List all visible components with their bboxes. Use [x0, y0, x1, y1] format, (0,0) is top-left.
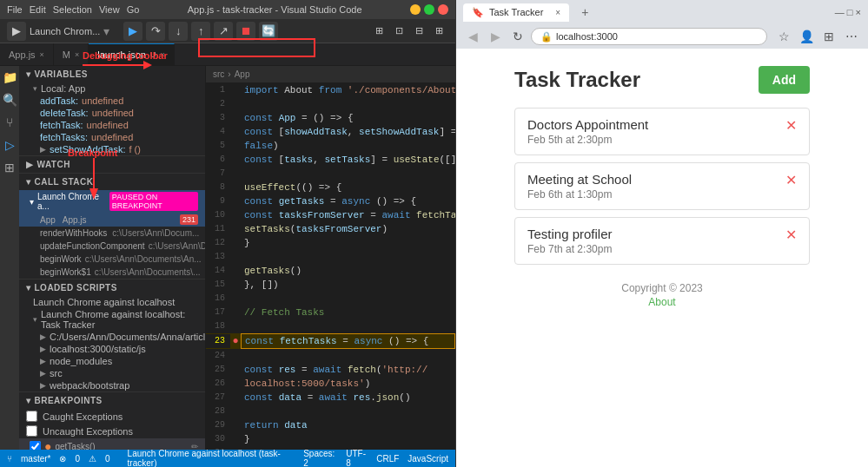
loaded-scripts-section: ▾ LOADED SCRIPTS Launch Chrome against l…	[19, 280, 205, 392]
line-num-24: 24	[206, 349, 230, 363]
call-stack-update-function[interactable]: updateFunctionComponent c:\Users\Ann\Doc…	[19, 240, 205, 253]
code-line-13: 13	[206, 250, 455, 264]
caught-exceptions-item[interactable]: Caught Exceptions	[19, 409, 205, 424]
code-line-15: 15 }, [])	[206, 278, 455, 292]
task-delete-1[interactable]: ✕	[785, 172, 797, 188]
run-debug-button[interactable]: ▶	[7, 22, 26, 41]
task-info-2: Testing profiler Feb 7th at 2:30pm	[527, 227, 785, 255]
line-content-3: const App = () => {	[241, 111, 455, 125]
search-tab[interactable]: ⊡	[390, 23, 408, 38]
fetch-tasks-var[interactable]: fetchTasks: undefined	[19, 131, 205, 143]
browser-active-tab[interactable]: 🔖 Task Tracker ×	[463, 3, 569, 22]
fetch-task-var[interactable]: fetchTask: undefined	[19, 119, 205, 131]
watch-collapse-icon: ▶	[26, 160, 34, 169]
line-content-25: const res = await fetch('http://	[241, 363, 455, 377]
browser-tab-close[interactable]: ×	[555, 8, 560, 17]
task-delete-2[interactable]: ✕	[785, 227, 797, 243]
call-stack-launch-chrome[interactable]: ▾ Launch Chrome a... PAUSED ON BREAKPOIN…	[19, 190, 205, 213]
back-button[interactable]: ◀	[463, 27, 482, 46]
menu-go[interactable]: Go	[127, 4, 140, 15]
delete-task-var[interactable]: deleteTask: undefined	[19, 107, 205, 119]
bookmark-button[interactable]: ☆	[774, 27, 793, 46]
footer-about-link[interactable]: About	[514, 296, 810, 308]
line-content-29: return data	[241, 418, 455, 432]
settings-browser-button[interactable]: ⋯	[842, 27, 861, 46]
loaded-scripts-header[interactable]: ▾ LOADED SCRIPTS	[19, 280, 205, 296]
tab-m[interactable]: M ×	[54, 43, 89, 65]
step-into-button[interactable]: ↓	[169, 22, 188, 41]
uncaught-exceptions-item[interactable]: Uncaught Exceptions	[19, 424, 205, 438]
menu-edit[interactable]: Edit	[30, 4, 46, 15]
profile-button[interactable]: 👤	[797, 27, 816, 46]
watch-header[interactable]: ▶ WATCH	[19, 156, 205, 173]
tab-launch-json-close[interactable]: ×	[160, 50, 164, 59]
tab-launch-json[interactable]: launch.json U ×	[89, 43, 174, 65]
breakpoints-header[interactable]: ▾ BREAKPOINTS	[19, 392, 205, 409]
explorer-icon[interactable]: 📁	[2, 69, 17, 85]
debug-icon[interactable]: ▷	[2, 137, 17, 153]
address-bar[interactable]: 🔒 localhost:3000	[531, 28, 767, 45]
call-stack-begin-work1[interactable]: beginWork$1 c:\Users\Ann\Documents\...	[19, 266, 205, 279]
loaded-node-modules[interactable]: ▶ node_modules	[19, 355, 205, 367]
task-delete-0[interactable]: ✕	[785, 117, 797, 134]
maximize-button[interactable]	[424, 4, 434, 15]
spaces-indicator: Spaces: 2	[303, 449, 337, 467]
extensions-button[interactable]: ⊞	[819, 27, 838, 46]
set-show-add-task-var[interactable]: ▶ setShowAddTask: f ()	[19, 143, 205, 155]
extensions-icon[interactable]: ⊞	[2, 160, 17, 175]
line-content-5: false)	[241, 139, 455, 153]
tab-m-close[interactable]: ×	[75, 50, 79, 59]
line-content-11: setTasks(tasksFromServer)	[241, 222, 455, 236]
line-content-26: localhost:5000/tasks')	[241, 377, 455, 391]
close-button[interactable]	[438, 4, 448, 15]
menu-file[interactable]: File	[7, 4, 23, 15]
loaded-launch-chrome[interactable]: Launch Chrome against localhost	[19, 296, 205, 308]
launch-config-dropdown[interactable]: ▾	[103, 24, 109, 38]
local-app-item[interactable]: ▾ Local: App	[19, 82, 205, 95]
call-stack-render-with-hooks[interactable]: renderWithHooks c:\Users\Ann\Docum...	[19, 227, 205, 240]
call-stack-begin-work[interactable]: beginWork c:\Users\Ann\Documents\An...	[19, 253, 205, 266]
call-stack-header[interactable]: ▾ CALL STACK	[19, 174, 205, 190]
get-tasks-checkbox[interactable]	[30, 441, 41, 451]
loaded-articles[interactable]: ▶ C:/Users/Ann/Documents/Anna/articles/.…	[19, 331, 205, 343]
tab-app-js[interactable]: App.js ×	[0, 43, 54, 65]
loaded-launch-task-tracker[interactable]: ▾ Launch Chrome against localhost: Task …	[19, 308, 205, 331]
call-stack-app[interactable]: App App.js 231	[19, 213, 205, 227]
reload-button[interactable]: ↻	[508, 27, 527, 46]
debug-tab-btn[interactable]: ⊟	[410, 23, 428, 38]
menu-bar[interactable]: File Edit Selection View Go	[7, 4, 139, 15]
caught-exceptions-checkbox[interactable]	[26, 411, 37, 422]
add-task-button[interactable]: Add	[759, 66, 810, 94]
menu-view[interactable]: View	[99, 4, 120, 15]
code-area: src › App 1 import About from './compone…	[206, 66, 455, 450]
footer-copyright: Copyright © 2023	[621, 282, 703, 294]
webpack-arrow: ▶	[40, 381, 46, 390]
errors-icon: ⊗	[59, 454, 66, 464]
tab-app-js-close[interactable]: ×	[40, 50, 44, 59]
uncaught-exceptions-checkbox[interactable]	[26, 425, 37, 437]
loaded-webpack[interactable]: ▶ webpack/bootstrap	[19, 379, 205, 391]
extensions-tab[interactable]: ⊞	[430, 23, 448, 38]
breakpoint-indicator-icon: ●	[232, 334, 238, 348]
variables-header[interactable]: ▾ VARIABLES	[19, 66, 205, 82]
search-icon[interactable]: 🔍	[2, 92, 17, 108]
stop-button[interactable]: ⏹	[236, 22, 255, 41]
loaded-launch-chrome-label: Launch Chrome against localhost	[33, 297, 175, 307]
minimize-button[interactable]	[410, 4, 421, 15]
forward-button[interactable]: ▶	[486, 27, 505, 46]
restart-button[interactable]: ↗	[214, 22, 233, 41]
hot-reload-button[interactable]: 🔄	[259, 22, 278, 41]
loaded-static-js[interactable]: ▶ localhost:3000/static/js	[19, 343, 205, 355]
step-over-button[interactable]: ↷	[146, 22, 165, 41]
add-task-var[interactable]: addTask: undefined	[19, 95, 205, 107]
explorer-tab[interactable]: ⊞	[370, 23, 388, 38]
task-info-1: Meeting at School Feb 6th at 1:30pm	[527, 172, 785, 201]
browser-new-tab-button[interactable]: +	[574, 2, 595, 23]
continue-button[interactable]: ▶	[123, 22, 142, 41]
loaded-src[interactable]: ▶ src	[19, 367, 205, 379]
menu-selection[interactable]: Selection	[53, 4, 92, 15]
call-stack-app-file: App.js	[59, 215, 176, 225]
tab-launch-json-modified: U	[150, 50, 156, 59]
step-out-button[interactable]: ↑	[191, 22, 210, 41]
source-control-icon[interactable]: ⑂	[2, 115, 17, 130]
